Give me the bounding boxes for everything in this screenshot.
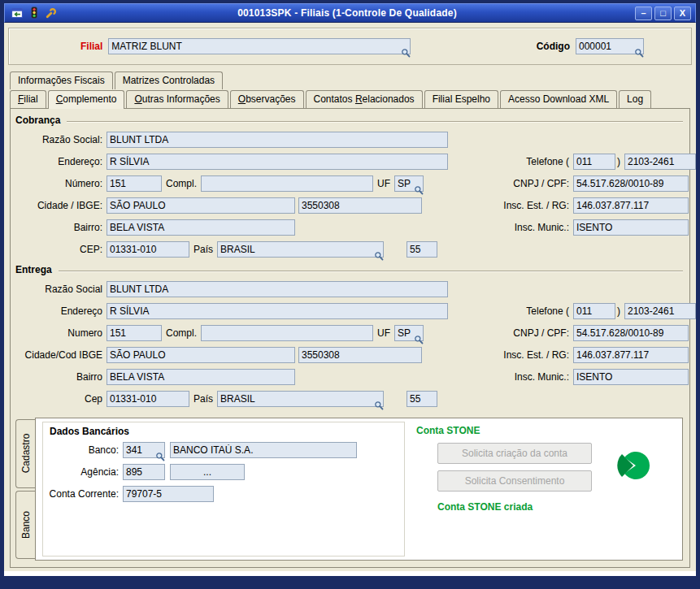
entrega-cep-label: Cep xyxy=(15,393,107,405)
cobranca-cep-input[interactable] xyxy=(107,241,189,258)
cobranca-cidade-label: Cidade / IBGE: xyxy=(15,200,107,211)
entrega-complemento-input[interactable] xyxy=(201,325,373,341)
banco-panel: Dados Bancários Banco: xyxy=(35,418,683,561)
entrega-bairro-input[interactable] xyxy=(107,369,295,385)
side-tab-cadastro[interactable]: Cadastro xyxy=(15,419,35,488)
banco-lookup-icon[interactable] xyxy=(155,452,165,461)
cobranca-insc-municipal-input[interactable] xyxy=(573,219,689,236)
cobranca-pais-lookup-icon[interactable] xyxy=(374,251,384,261)
cobranca-cidade-input[interactable] xyxy=(107,197,295,214)
cobranca-endereco-input[interactable] xyxy=(107,154,448,170)
entrega-ibge-input[interactable] xyxy=(298,347,422,363)
entrega-cep-input[interactable] xyxy=(107,391,189,407)
agencia-extra-field[interactable] xyxy=(170,464,245,480)
cobranca-cnpj-label: CNPJ / CPF: xyxy=(464,178,573,189)
agencia-label: Agência: xyxy=(45,466,123,478)
conta-stone-status: Conta STONE criada xyxy=(437,501,676,513)
solicita-criacao-conta-button[interactable]: Solicita criação da conta xyxy=(437,443,592,464)
banco-label: Banco: xyxy=(45,444,123,456)
cobranca-numero-label: Número: xyxy=(15,178,107,189)
entrega-pais-lookup-icon[interactable] xyxy=(374,401,384,410)
entrega-cidade-input[interactable] xyxy=(107,347,295,363)
group-rule xyxy=(67,121,683,123)
tab-observacoes[interactable]: Observações xyxy=(230,90,304,108)
cobranca-ddd-input[interactable] xyxy=(573,154,615,170)
cobranca-complemento-label: Compl. xyxy=(162,178,201,189)
entrega-pais-input[interactable] xyxy=(217,391,384,407)
window-title: 001013SPK - Filiais (1-Controle De Quali… xyxy=(63,7,631,19)
filial-input[interactable] xyxy=(108,38,411,54)
traffic-light-icon[interactable] xyxy=(28,6,41,19)
banco-nome-input[interactable] xyxy=(170,442,357,458)
cobranca-razao-social-input[interactable] xyxy=(107,132,448,148)
tab-informacoes-fiscais[interactable]: Informações Fiscais xyxy=(10,71,113,89)
side-tab-banco[interactable]: Banco xyxy=(15,491,35,560)
entrega-telefone-input[interactable] xyxy=(624,303,696,319)
cobranca-ddi-input[interactable] xyxy=(407,241,437,258)
cobranca-telefone-label: Telefone ( xyxy=(464,156,573,167)
minimize-button[interactable]: – xyxy=(635,6,652,20)
header-panel: Filial Código xyxy=(8,28,692,65)
entrega-uf-label: UF xyxy=(373,327,394,339)
entrega-insc-estadual-label: Insc. Est. / RG: xyxy=(464,349,573,361)
maximize-button[interactable]: □ xyxy=(654,6,672,20)
conta-corrente-input[interactable] xyxy=(123,486,214,502)
tab-filial[interactable]: Filial xyxy=(10,90,46,108)
entrega-endereco-input[interactable] xyxy=(107,303,448,319)
entrega-ddi-input[interactable] xyxy=(407,391,437,407)
close-button[interactable]: X xyxy=(674,6,691,20)
cobranca-cnpj-input[interactable] xyxy=(573,175,689,192)
cobranca-telefone-input[interactable] xyxy=(624,154,696,170)
cobranca-ibge-input[interactable] xyxy=(298,197,422,214)
wrench-icon[interactable] xyxy=(45,6,58,19)
entrega-ddd-input[interactable] xyxy=(573,303,615,319)
entrega-numero-input[interactable] xyxy=(107,325,162,341)
banco-section: Cadastro Banco Dados Bancários Banco: xyxy=(15,418,683,561)
entrega-razao-social-input[interactable] xyxy=(107,281,448,297)
entrega-group: Razão Social Endereço Numero Compl. UF xyxy=(15,278,683,409)
tab-outras-informacoes[interactable]: Outras Informações xyxy=(126,90,228,108)
cobranca-insc-estadual-input[interactable] xyxy=(573,197,689,214)
entrega-complemento-label: Compl. xyxy=(162,327,201,339)
entrega-cidade-label: Cidade/Cod IBGE xyxy=(15,349,107,361)
filial-lookup-icon[interactable] xyxy=(401,48,411,58)
entrega-insc-municipal-label: Insc. Munic.: xyxy=(464,371,573,383)
cobranca-uf-lookup-icon[interactable] xyxy=(414,185,424,195)
titlebar: 001013SPK - Filiais (1-Controle De Quali… xyxy=(4,3,696,23)
dados-bancarios-group: Dados Bancários Banco: xyxy=(42,422,405,557)
codigo-label: Código xyxy=(537,41,570,52)
tab-log[interactable]: Log xyxy=(619,90,651,108)
entrega-telefone-label: Telefone ( xyxy=(464,305,573,317)
tab-row-secondary: Informações Fiscais Matrizes Controladas xyxy=(10,71,692,89)
entrega-cnpj-input[interactable] xyxy=(573,325,689,341)
tab-filial-espelho[interactable]: Filial Espelho xyxy=(424,90,498,108)
titlebar-toolbar xyxy=(5,6,63,19)
cobranca-bairro-input[interactable] xyxy=(107,219,295,236)
entrega-endereco-label: Endereço xyxy=(15,305,107,317)
codigo-lookup-icon[interactable] xyxy=(634,48,644,58)
cobranca-group: Razão Social: Endereço: Número: Compl. U… xyxy=(15,128,683,260)
window-bottom-strip xyxy=(4,571,696,576)
group-rule xyxy=(59,271,683,272)
tab-complemento[interactable]: Complemento xyxy=(48,90,125,109)
dados-bancarios-title: Dados Bancários xyxy=(50,426,401,437)
entrega-bairro-label: Bairro xyxy=(15,371,107,383)
entrega-numero-label: Numero xyxy=(15,327,107,339)
entrega-uf-lookup-icon[interactable] xyxy=(414,335,424,344)
entrega-insc-estadual-input[interactable] xyxy=(573,347,689,363)
cobranca-endereco-label: Endereço: xyxy=(15,156,107,167)
cobranca-numero-input[interactable] xyxy=(107,175,162,192)
entrega-insc-municipal-input[interactable] xyxy=(573,369,689,385)
cobranca-pais-label: País xyxy=(189,244,217,255)
entrega-cnpj-label: CNPJ / CPF: xyxy=(464,327,573,339)
tab-acesso-download-xml[interactable]: Acesso Download XML xyxy=(500,90,617,108)
conta-corrente-label: Conta Corrente: xyxy=(45,488,123,500)
exit-window-icon[interactable] xyxy=(11,6,24,19)
solicita-consentimento-button[interactable]: Solicita Consentimento xyxy=(437,470,592,492)
conta-stone-group: Conta STONE Solicita criação da conta So… xyxy=(405,422,676,557)
cobranca-complemento-input[interactable] xyxy=(201,175,373,192)
tab-contatos-relacionados[interactable]: Contatos Relacionados xyxy=(306,90,423,108)
agencia-input[interactable] xyxy=(123,464,165,480)
cobranca-pais-input[interactable] xyxy=(217,241,384,258)
tab-matrizes-controladas[interactable]: Matrizes Controladas xyxy=(115,71,223,89)
